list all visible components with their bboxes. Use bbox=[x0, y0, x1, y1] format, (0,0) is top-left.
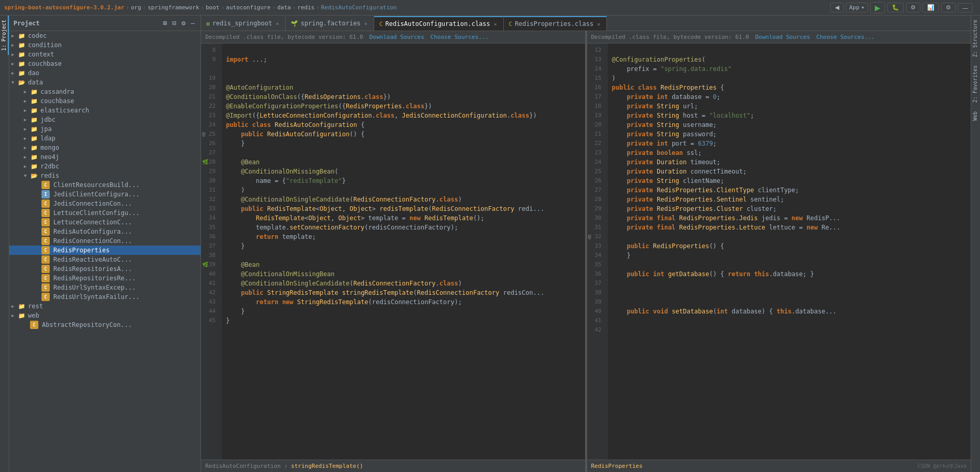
tab-label: RedisProperties.class bbox=[515, 20, 593, 27]
left-panel-labels: 1: Project bbox=[0, 16, 9, 472]
close-tab-icon[interactable]: ✕ bbox=[493, 21, 498, 27]
sidebar-item-rest[interactable]: ▶ 📁 rest bbox=[9, 302, 201, 311]
build-button[interactable]: ⚙ bbox=[906, 3, 920, 12]
collapse-all-icon[interactable]: ⊟ bbox=[171, 19, 178, 27]
settings-button[interactable]: ⚙ bbox=[941, 3, 956, 12]
left-editor-status: RedisAutoConfiguration › stringRedisTemp… bbox=[201, 460, 585, 472]
download-sources-link[interactable]: Download Sources bbox=[370, 34, 424, 40]
sidebar-header: Project ⊞ ⊟ ⚙ — bbox=[9, 16, 201, 31]
sidebar-item-web[interactable]: ▶ 📁 web bbox=[9, 311, 201, 320]
sidebar-item-couchbase2[interactable]: ▶ 📁 couchbase bbox=[9, 96, 201, 106]
choose-sources-link[interactable]: Choose Sources... bbox=[431, 34, 489, 40]
sidebar-item-JedisClientConfigura[interactable]: I JedisClientConfigura... bbox=[9, 190, 201, 199]
favorites-panel-label[interactable]: 2: Favorites bbox=[971, 61, 980, 107]
close-sidebar-icon[interactable]: — bbox=[189, 19, 196, 27]
sidebar-item-LettuceConnectionC[interactable]: C LettuceConnectionC... bbox=[9, 218, 201, 227]
sidebar-item-RedisUrlSyntaxExcep[interactable]: C RedisUrlSyntaxExcep... bbox=[9, 283, 201, 292]
close-tab-icon[interactable]: ✕ bbox=[275, 20, 280, 27]
sidebar-item-AbstractRepositoryCon[interactable]: C AbstractRepositoryCon... bbox=[9, 320, 201, 330]
sidebar-item-LettuceClientConfigu[interactable]: C LettuceClientConfigu... bbox=[9, 208, 201, 218]
sidebar-tree: ▶ 📁 codec ▶ 📁 condition ▶ 📁 context ▶ 📁 … bbox=[9, 31, 201, 472]
sidebar-item-RedisRepositoriesA[interactable]: C RedisRepositoriesA... bbox=[9, 264, 201, 274]
tab-label: spring.factories bbox=[301, 20, 361, 27]
breadcrumb-class: RedisAutoConfiguration bbox=[321, 4, 397, 11]
folder-icon: 📁 bbox=[18, 50, 26, 59]
right-download-sources-link[interactable]: Download Sources bbox=[755, 34, 810, 40]
sidebar-item-context[interactable]: ▶ 📁 context bbox=[9, 50, 201, 59]
sidebar-item-condition[interactable]: ▶ 📁 condition bbox=[9, 40, 201, 50]
run-button[interactable]: ▶ bbox=[870, 2, 885, 13]
sidebar-item-jpa[interactable]: ▶ 📁 jpa bbox=[9, 124, 201, 134]
sidebar-item-r2dbc[interactable]: ▶ 📁 r2dbc bbox=[9, 162, 201, 171]
tabs-bar: ▣ redis_springboot ✕ 🌱 spring.factories … bbox=[201, 16, 971, 31]
left-editor-info-bar: Decompiled .class file, bytecode version… bbox=[201, 31, 585, 44]
tab-redis-properties[interactable]: C RedisProperties.class ✕ bbox=[504, 16, 607, 31]
decompiled-info-right: Decompiled .class file, bytecode version… bbox=[591, 34, 749, 40]
main-area: 1: Project Project ⊞ ⊟ ⚙ — ▶ 📁 codec ▶ 📁… bbox=[0, 16, 980, 472]
sidebar-item-redis[interactable]: ▼ 📂 redis bbox=[9, 171, 201, 180]
tab-redis-springboot[interactable]: ▣ redis_springboot ✕ bbox=[201, 16, 286, 31]
sidebar-item-jdbc[interactable]: ▶ 📁 jdbc bbox=[9, 115, 201, 124]
navigate-back-button[interactable]: ◀ bbox=[830, 3, 844, 12]
left-code-area[interactable]: 8 9 19 20 21 22 23 24 25@ 26 27 28🌿 29 bbox=[201, 44, 585, 460]
class-icon: C bbox=[41, 209, 50, 217]
right-code-area[interactable]: 12 13 14 15 16 17 18 19 20 21 22 23 24 2… bbox=[587, 44, 971, 460]
decompiled-info: Decompiled .class file, bytecode version… bbox=[205, 34, 363, 40]
toolbar: ◀ App ▾ ▶ 🐛 ⚙ 📊 ⚙ — bbox=[827, 2, 976, 13]
sidebar-item-RedisRepositoriesRe[interactable]: C RedisRepositoriesRe... bbox=[9, 274, 201, 283]
profile-button[interactable]: 📊 bbox=[922, 3, 939, 12]
folder-open-icon: 📂 bbox=[30, 171, 38, 180]
folder-icon: 📁 bbox=[18, 32, 26, 40]
sidebar-item-RedisReactiveAutoC[interactable]: C RedisReactiveAutoC... bbox=[9, 255, 201, 264]
class-icon: C bbox=[41, 283, 50, 292]
class-icon: C bbox=[30, 321, 38, 329]
sidebar-item-ldap[interactable]: ▶ 📁 ldap bbox=[9, 134, 201, 143]
web-panel-label[interactable]: Web bbox=[971, 107, 980, 125]
sidebar-item-codec[interactable]: ▶ 📁 codec bbox=[9, 31, 201, 40]
tab-label: RedisAutoConfiguration.class bbox=[386, 20, 490, 27]
right-editor-info-bar: Decompiled .class file, bytecode version… bbox=[587, 31, 971, 44]
breadcrumb-jar[interactable]: spring-boot-autoconfigure-3.0.2.jar bbox=[4, 4, 124, 11]
left-editor-panel: Decompiled .class file, bytecode version… bbox=[201, 31, 585, 472]
class-icon: C bbox=[41, 199, 50, 208]
right-choose-sources-link[interactable]: Choose Sources... bbox=[816, 34, 875, 40]
project-panel-label[interactable]: 1: Project bbox=[0, 16, 9, 55]
class-file-icon: C bbox=[509, 21, 513, 27]
sidebar-item-RedisUrlSyntaxFailur[interactable]: C RedisUrlSyntaxFailur... bbox=[9, 292, 201, 302]
minimize-button[interactable]: — bbox=[958, 3, 973, 12]
sidebar-item-RedisProperties[interactable]: C RedisProperties bbox=[9, 246, 201, 255]
close-tab-icon[interactable]: ✕ bbox=[596, 21, 601, 27]
tab-spring-factories[interactable]: 🌱 spring.factories ✕ bbox=[286, 16, 374, 31]
class-icon: C bbox=[41, 274, 50, 282]
gear-icon[interactable]: ⚙ bbox=[180, 19, 187, 27]
debug-button[interactable]: 🐛 bbox=[887, 3, 904, 12]
close-tab-icon[interactable]: ✕ bbox=[363, 20, 368, 27]
right-code-content: @ConfigurationProperties( prefix = "spri… bbox=[608, 44, 971, 460]
sidebar-item-neo4j[interactable]: ▶ 📁 neo4j bbox=[9, 152, 201, 162]
sidebar-item-RedisAutoConfigura[interactable]: C RedisAutoConfigura... bbox=[9, 227, 201, 236]
sidebar-item-dao[interactable]: ▶ 📁 dao bbox=[9, 68, 201, 78]
folder-icon: 📁 bbox=[18, 302, 26, 310]
app-dropdown[interactable]: App ▾ bbox=[846, 3, 869, 12]
sidebar-item-ClientResourcesBuild[interactable]: C ClientResourcesBuild... bbox=[9, 180, 201, 190]
expand-all-icon[interactable]: ⊞ bbox=[162, 19, 169, 27]
tab-redis-auto-config[interactable]: C RedisAutoConfiguration.class ✕ bbox=[374, 16, 504, 31]
left-code-content: import ...; @AutoConfiguration @Conditio… bbox=[222, 44, 585, 460]
sidebar-item-RedisConnectionCon[interactable]: C RedisConnectionCon... bbox=[9, 236, 201, 246]
structure-panel-label[interactable]: Z: Structure bbox=[971, 16, 980, 61]
folder-icon: 📁 bbox=[30, 88, 38, 96]
folder-icon: 📁 bbox=[30, 144, 38, 152]
sidebar-item-cassandra[interactable]: ▶ 📁 cassandra bbox=[9, 87, 201, 96]
breadcrumb: spring-boot-autoconfigure-3.0.2.jar › or… bbox=[4, 4, 827, 11]
sidebar-item-elasticsearch[interactable]: ▶ 📁 elasticsearch bbox=[9, 106, 201, 115]
sidebar-item-data[interactable]: ▼ 📂 data bbox=[9, 78, 201, 87]
sidebar-item-mongo[interactable]: ▶ 📁 mongo bbox=[9, 143, 201, 152]
xml-file-icon: ▣ bbox=[206, 20, 210, 27]
folder-icon: 📁 bbox=[30, 97, 38, 105]
folder-icon: 📁 bbox=[18, 60, 26, 68]
editors-split: Decompiled .class file, bytecode version… bbox=[201, 31, 971, 472]
class-icon: C bbox=[41, 227, 50, 236]
sidebar-item-JedisConnectionCon[interactable]: C JedisConnectionCon... bbox=[9, 199, 201, 208]
properties-file-icon: 🌱 bbox=[291, 20, 298, 27]
sidebar-item-couchbase[interactable]: ▶ 📁 couchbase bbox=[9, 59, 201, 68]
